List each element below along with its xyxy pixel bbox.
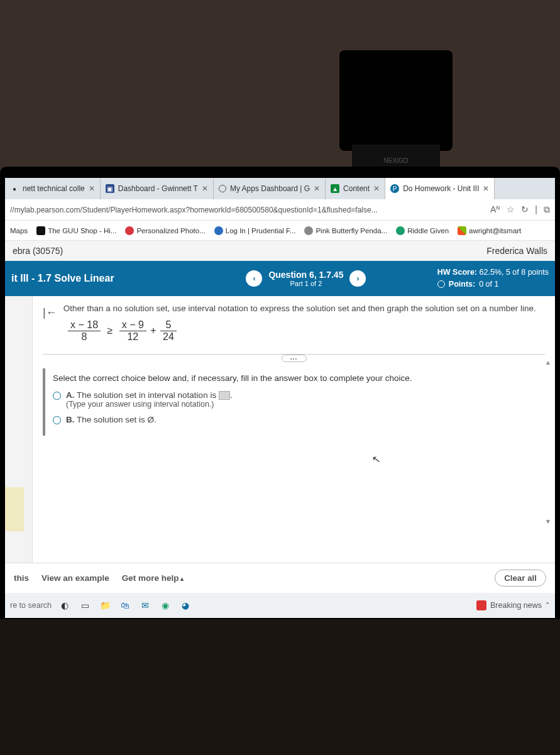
split-screen-icon[interactable]: ⧉ (544, 204, 550, 215)
favicon: ● (10, 184, 19, 193)
bookmark-riddle-given[interactable]: Riddle Given (396, 226, 449, 235)
breaking-news-label[interactable]: Breaking news (490, 601, 542, 610)
tab-label: Dashboard - Gwinnett T (118, 184, 198, 193)
tab-label: Do Homework - Unit III (403, 184, 479, 193)
monitor-frame: ● nett technical colle ✕ ▣ Dashboard - G… (0, 167, 560, 619)
bookmark-icon (36, 226, 45, 235)
question-content: |← Other than a no solution set, use int… (33, 296, 555, 563)
tab-strip: ● nett technical colle ✕ ▣ Dashboard - G… (5, 178, 555, 199)
bookmark-icon (125, 226, 134, 235)
student-name: Frederica Walls (486, 246, 547, 256)
reader-mode-icon[interactable]: Aᴺ (490, 204, 500, 215)
close-icon[interactable]: ✕ (483, 184, 489, 193)
left-gutter (5, 296, 33, 563)
news-icon[interactable] (476, 600, 486, 610)
app-icon[interactable]: ◉ (158, 598, 172, 612)
course-header: ebra (30575) Frederica Walls (5, 241, 555, 261)
tab-my-apps[interactable]: My Apps Dashboard | G ✕ (214, 178, 326, 199)
favicon (219, 185, 226, 192)
taskbar-right: Breaking news ˄ (476, 600, 550, 610)
next-question-button[interactable]: › (349, 270, 366, 287)
view-example-link[interactable]: View an example (41, 573, 109, 583)
task-view-icon[interactable]: ▭ (78, 598, 92, 612)
chevron-up-icon: ▴ (180, 575, 184, 582)
close-icon[interactable]: ✕ (373, 184, 380, 193)
webcam (339, 50, 453, 151)
desk-area (0, 619, 560, 755)
bookmark-personalized-photo[interactable]: Personalized Photo... (125, 226, 205, 235)
favicon: ▲ (331, 184, 339, 193)
url-text: //mylab.pearson.com/Student/PlayerHomewo… (10, 206, 485, 214)
scroll-up-icon[interactable]: ▲ (545, 359, 551, 366)
scroll-down-icon[interactable]: ▼ (545, 518, 551, 525)
bookmark-icon (396, 226, 405, 235)
collapse-icon[interactable]: |← (43, 306, 57, 319)
outlook-icon[interactable]: ✉ (138, 598, 152, 612)
prev-question-button[interactable]: ‹ (246, 270, 262, 287)
taskbar-search[interactable]: re to search (10, 601, 52, 610)
bookmark-icon (214, 226, 223, 235)
bookmark-awright[interactable]: awright@itsmart (458, 226, 521, 235)
divider: | (535, 204, 537, 215)
bookmark-icon (304, 226, 313, 235)
course-name: ebra (30575) (13, 246, 63, 256)
inequality-expression: x − 188 ≥ x − 912 + 524 (67, 319, 545, 343)
taskbar-icons: ◐ ▭ 📁 🛍 ✉ ◉ ◕ (58, 598, 192, 612)
screen: ● nett technical colle ✕ ▣ Dashboard - G… (5, 178, 555, 618)
favicon: P (390, 184, 399, 193)
bookmark-pink-butterfly[interactable]: Pink Butterfly Penda... (304, 226, 387, 235)
get-more-help-link[interactable]: Get more help▴ (122, 573, 184, 583)
highlight-marker (5, 487, 24, 531)
url-actions: Aᴺ ☆ ↻ | ⧉ (490, 204, 550, 215)
windows-taskbar: re to search ◐ ▭ 📁 🛍 ✉ ◉ ◕ Breaking news… (5, 593, 555, 618)
chevron-up-icon[interactable]: ˄ (546, 601, 550, 610)
choice-a-hint: (Type your answer using interval notatio… (66, 400, 233, 409)
choice-block: Select the correct choice below and, if … (43, 368, 545, 436)
mouse-cursor-icon: ↖ (371, 453, 381, 466)
part-label: Part 1 of 2 (268, 280, 343, 287)
score-block: HW Score: 62.5%, 5 of 8 points Points: 0… (437, 267, 549, 290)
progress-circle-icon (437, 280, 445, 288)
close-icon[interactable]: ✕ (89, 184, 95, 193)
cortana-icon[interactable]: ◐ (58, 598, 72, 612)
microsoft-icon (458, 226, 466, 235)
radio-a[interactable] (53, 392, 61, 400)
tab-dashboard-gwinnett[interactable]: ▣ Dashboard - Gwinnett T ✕ (101, 178, 214, 199)
tab-do-homework[interactable]: P Do Homework - Unit III ✕ (385, 178, 495, 199)
bookmark-guu-shop[interactable]: The GUU Shop - Hi... (36, 226, 116, 235)
assignment-title: it III - 1.7 Solve Linear (11, 273, 175, 284)
choice-b[interactable]: B. The solution set is Ø. (53, 415, 545, 424)
tab-technical-college[interactable]: ● nett technical colle ✕ (5, 178, 101, 199)
question-area: |← Other than a no solution set, use int… (5, 296, 555, 563)
edge-icon[interactable]: ◕ (178, 598, 192, 612)
tab-label: My Apps Dashboard | G (230, 184, 310, 193)
radio-b[interactable] (53, 416, 61, 424)
tab-content[interactable]: ▲ Content ✕ (326, 178, 385, 199)
store-icon[interactable]: 🛍 (118, 598, 132, 612)
address-bar[interactable]: //mylab.pearson.com/Student/PlayerHomewo… (5, 199, 555, 221)
clear-all-button[interactable]: Clear all (495, 570, 546, 587)
answer-input[interactable] (219, 391, 230, 400)
assignment-bar: it III - 1.7 Solve Linear ‹ Question 6, … (5, 261, 555, 296)
close-icon[interactable]: ✕ (202, 184, 208, 193)
question-nav: ‹ Question 6, 1.7.45 Part 1 of 2 › (175, 270, 437, 287)
question-label: Question 6, 1.7.45 (268, 270, 343, 280)
choice-a[interactable]: A. The solution set in interval notation… (53, 390, 545, 409)
favicon: ▣ (106, 184, 114, 193)
tab-label: Content (343, 184, 370, 193)
room-background (0, 0, 560, 176)
bookmark-prudential[interactable]: Log In | Prudential F... (214, 226, 296, 235)
bookmarks-bar: Maps The GUU Shop - Hi... Personalized P… (5, 221, 555, 241)
close-icon[interactable]: ✕ (314, 184, 320, 193)
help-this-link[interactable]: this (14, 573, 29, 583)
favorite-star-icon[interactable]: ☆ (507, 204, 515, 215)
question-footer: this View an example Get more help▴ Clea… (5, 563, 555, 593)
refresh-icon[interactable]: ↻ (521, 204, 529, 215)
bookmark-maps[interactable]: Maps (10, 227, 28, 234)
file-explorer-icon[interactable]: 📁 (98, 598, 112, 612)
select-prompt: Select the correct choice below and, if … (53, 373, 545, 383)
question-prompt: Other than a no solution set, use interv… (43, 304, 545, 313)
expand-handle[interactable]: ••• (282, 355, 307, 362)
tab-label: nett technical colle (23, 184, 85, 193)
